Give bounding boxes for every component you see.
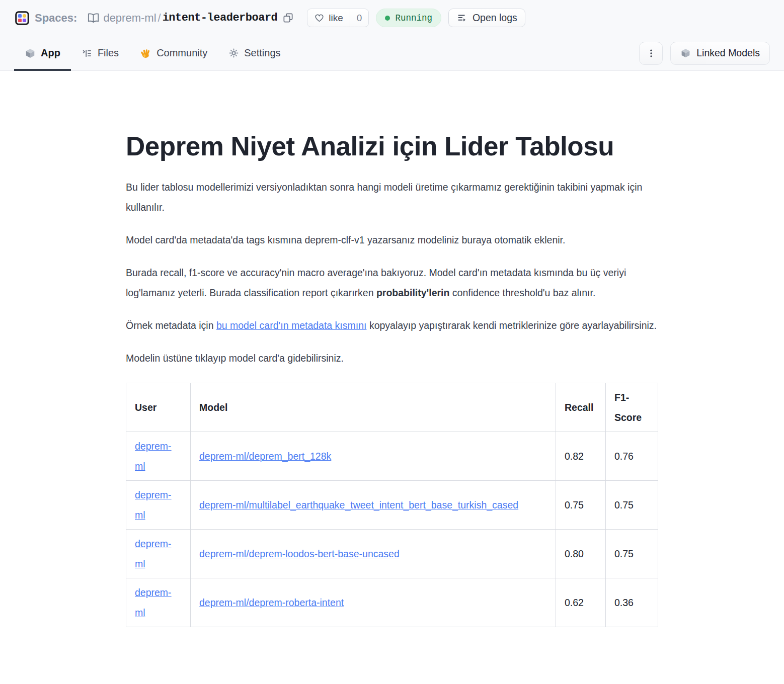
gear-icon xyxy=(228,48,239,58)
status-badge[interactable]: Running xyxy=(376,9,441,27)
breadcrumb-separator: / xyxy=(158,12,161,25)
user-link[interactable]: deprem-ml xyxy=(135,489,172,521)
tab-bar: App Files xyxy=(0,36,784,71)
f1-value: 0.75 xyxy=(606,530,658,578)
user-link[interactable]: deprem-ml xyxy=(135,538,172,569)
linked-models-label: Linked Models xyxy=(696,47,760,59)
tab-community[interactable]: Community xyxy=(129,36,218,70)
example-metadata-paragraph: Örnek metadata için bu model card'ın met… xyxy=(126,315,658,335)
copy-icon xyxy=(282,12,294,24)
app-content: Deprem Niyet Analizi için Lider Tablosu … xyxy=(126,71,658,647)
column-header-user: User xyxy=(126,383,191,432)
model-link[interactable]: deprem-ml/deprem-roberta-intent xyxy=(199,597,344,608)
top-header: Spaces: deprem-ml / intent-leaderboard xyxy=(0,0,784,71)
model-link[interactable]: deprem-ml/deprem_bert_128k xyxy=(199,451,331,462)
f1-value: 0.36 xyxy=(606,578,658,627)
recall-value: 0.62 xyxy=(556,578,606,627)
file-tree-icon xyxy=(82,48,93,59)
column-header-f1: F1-Score xyxy=(606,383,658,432)
example-text-after: kopyalayıp yapıştırarak kendi metrikleri… xyxy=(366,320,657,331)
tab-bar-right: Linked Models xyxy=(639,36,770,70)
running-dot-icon xyxy=(385,16,390,21)
example-text-before: Örnek metadata için xyxy=(126,320,216,331)
status-text: Running xyxy=(395,13,432,23)
cube-icon xyxy=(680,48,691,58)
heart-icon xyxy=(314,13,325,23)
metrics-bold-text: probability'lerin xyxy=(376,287,450,298)
kebab-icon xyxy=(646,48,656,59)
leaderboard-table: User Model Recall F1-Score deprem-ml dep… xyxy=(126,383,658,627)
recall-value: 0.75 xyxy=(556,481,606,530)
more-options-button[interactable] xyxy=(639,42,663,65)
model-link[interactable]: deprem-ml/deprem-loodos-bert-base-uncase… xyxy=(199,548,400,559)
table-row: deprem-ml deprem-ml/deprem_bert_128k 0.8… xyxy=(126,432,658,481)
f1-value: 0.75 xyxy=(606,481,658,530)
table-row: deprem-ml deprem-ml/deprem-roberta-inten… xyxy=(126,578,658,627)
click-model-paragraph: Modelin üstüne tıklayıp model card'a gid… xyxy=(126,348,658,368)
tags-paragraph: Model card'da metadata'da tags kısmına d… xyxy=(126,230,658,250)
table-row: deprem-ml deprem-ml/deprem-loodos-bert-b… xyxy=(126,530,658,578)
open-logs-label: Open logs xyxy=(473,12,517,24)
spaces-label: Spaces: xyxy=(35,12,77,25)
like-count[interactable]: 0 xyxy=(350,9,369,27)
tab-community-label: Community xyxy=(156,47,207,59)
open-logs-button[interactable]: Open logs xyxy=(448,9,525,27)
user-link[interactable]: deprem-ml xyxy=(135,587,172,618)
tab-files-label: Files xyxy=(98,47,119,59)
book-icon xyxy=(87,12,100,24)
recall-value: 0.82 xyxy=(556,432,606,481)
model-link[interactable]: deprem-ml/multilabel_earthquake_tweet_in… xyxy=(199,499,518,510)
f1-value: 0.76 xyxy=(606,432,658,481)
linked-models-button[interactable]: Linked Models xyxy=(670,42,770,65)
logs-icon xyxy=(456,13,467,24)
intro-paragraph: Bu lider tablosu modellerimizi versiyonl… xyxy=(126,177,658,217)
cube-icon xyxy=(25,48,36,59)
metrics-paragraph: Burada recall, f1-score ve accuracy'nin … xyxy=(126,263,658,303)
tab-files[interactable]: Files xyxy=(71,36,129,70)
user-link[interactable]: deprem-ml xyxy=(135,441,172,472)
community-icon xyxy=(140,47,151,59)
column-header-recall: Recall xyxy=(556,383,606,432)
repo-name-link[interactable]: intent-leaderboard xyxy=(163,12,278,24)
recall-value: 0.80 xyxy=(556,530,606,578)
like-button[interactable]: like 0 xyxy=(307,9,369,27)
model-card-metadata-link[interactable]: bu model card'ın metadata kısmını xyxy=(216,320,367,331)
tab-app[interactable]: App xyxy=(14,36,71,70)
page-title: Deprem Niyet Analizi için Lider Tablosu xyxy=(126,131,658,161)
owner-link[interactable]: deprem-ml xyxy=(103,12,156,25)
tab-app-label: App xyxy=(41,47,60,59)
tab-settings-label: Settings xyxy=(244,47,280,59)
header-row: Spaces: deprem-ml / intent-leaderboard xyxy=(0,0,784,36)
copy-repo-name-button[interactable] xyxy=(282,12,294,24)
column-header-model: Model xyxy=(191,383,556,432)
table-header-row: User Model Recall F1-Score xyxy=(126,383,658,432)
like-label: like xyxy=(329,13,343,24)
header-actions: like 0 Running Open logs xyxy=(307,9,525,27)
breadcrumb: Spaces: deprem-ml / intent-leaderboard xyxy=(15,11,294,25)
tab-settings[interactable]: Settings xyxy=(218,36,291,70)
spaces-logo-icon[interactable] xyxy=(15,11,29,25)
table-row: deprem-ml deprem-ml/multilabel_earthquak… xyxy=(126,481,658,530)
metrics-text-after: confidence threshold'u baz alınır. xyxy=(449,287,595,298)
